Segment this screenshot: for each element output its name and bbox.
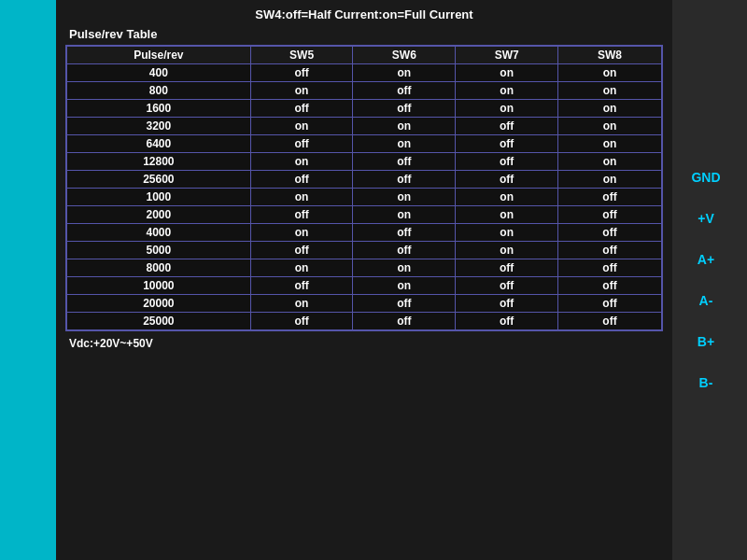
- cell-sw6: on: [353, 259, 456, 277]
- cell-sw8: off: [558, 189, 662, 206]
- main-panel: SW4:off=Half Current:on=Full Current Pul…: [56, 0, 672, 560]
- table-row: 25600offoffoffon: [66, 171, 662, 189]
- cell-sw5: off: [250, 277, 353, 295]
- cell-sw5: on: [250, 153, 353, 171]
- cell-sw8: on: [558, 82, 662, 100]
- cell-sw6: on: [353, 206, 456, 224]
- table-row: 2000offononoff: [66, 206, 662, 224]
- cell-sw7: on: [456, 64, 558, 82]
- table-row: 25000offoffoffoff: [66, 313, 662, 331]
- cell-sw5: off: [250, 135, 353, 153]
- table-row: 5000offoffonoff: [66, 242, 662, 259]
- cell-pulse: 4000: [66, 224, 250, 242]
- cell-sw5: off: [250, 64, 353, 82]
- cell-sw7: on: [456, 189, 558, 206]
- cell-sw8: off: [558, 259, 662, 277]
- cell-sw7: off: [456, 277, 558, 295]
- right-label-B-: B-: [699, 375, 713, 390]
- cell-sw8: on: [558, 135, 662, 153]
- cell-pulse: 20000: [66, 295, 250, 313]
- cell-sw5: on: [250, 224, 353, 242]
- cell-sw8: off: [558, 313, 662, 331]
- right-label-A+: A+: [698, 252, 714, 267]
- table-row: 4000onoffonoff: [66, 224, 662, 242]
- cell-sw8: off: [558, 295, 662, 313]
- table-row: 12800onoffoffon: [66, 153, 662, 171]
- cell-pulse: 6400: [66, 135, 250, 153]
- cell-sw6: off: [353, 82, 456, 100]
- cell-sw6: off: [353, 224, 456, 242]
- cell-sw6: off: [353, 171, 456, 189]
- cell-sw7: on: [456, 82, 558, 100]
- right-label-B+: B+: [698, 334, 714, 349]
- cell-sw6: on: [353, 277, 456, 295]
- cell-sw5: on: [250, 259, 353, 277]
- cell-sw7: off: [456, 313, 558, 331]
- cell-sw5: on: [250, 82, 353, 100]
- table-header-row: Pulse/rev SW5 SW6 SW7 SW8: [66, 46, 662, 64]
- header-title: SW4:off=Half Current:on=Full Current: [65, 7, 663, 21]
- cell-pulse: 10000: [66, 277, 250, 295]
- pulse-rev-table: Pulse/rev SW5 SW6 SW7 SW8 400offononon80…: [65, 45, 663, 331]
- cell-sw5: off: [250, 242, 353, 259]
- cell-sw7: on: [456, 100, 558, 118]
- col-sw5: SW5: [250, 46, 353, 64]
- table-row: 10000offonoffoff: [66, 277, 662, 295]
- table-row: 1000onononoff: [66, 189, 662, 206]
- table-row: 1600offoffonon: [66, 100, 662, 118]
- table-row: 3200ononoffon: [66, 118, 662, 135]
- cell-sw7: off: [456, 118, 558, 135]
- cell-pulse: 2000: [66, 206, 250, 224]
- cell-pulse: 8000: [66, 259, 250, 277]
- cell-sw8: on: [558, 64, 662, 82]
- table-row: 6400offonoffon: [66, 135, 662, 153]
- table-body: 400offononon800onoffonon1600offoffonon32…: [66, 64, 662, 331]
- table-title: Pulse/rev Table: [69, 27, 663, 41]
- cell-sw8: on: [558, 171, 662, 189]
- cell-sw8: on: [558, 153, 662, 171]
- cell-sw6: off: [353, 313, 456, 331]
- cell-sw7: off: [456, 135, 558, 153]
- cell-sw8: off: [558, 277, 662, 295]
- cell-pulse: 25000: [66, 313, 250, 331]
- cell-sw8: on: [558, 118, 662, 135]
- cell-pulse: 12800: [66, 153, 250, 171]
- cell-sw7: off: [456, 171, 558, 189]
- cell-pulse: 1000: [66, 189, 250, 206]
- table-row: 400offononon: [66, 64, 662, 82]
- cell-sw6: on: [353, 118, 456, 135]
- cell-pulse: 400: [66, 64, 250, 82]
- voltage-label: Vdc:+20V~+50V: [69, 337, 663, 350]
- cell-sw7: off: [456, 153, 558, 171]
- right-panel: GND+VA+A-B+B-: [672, 0, 747, 560]
- cell-sw7: off: [456, 295, 558, 313]
- cell-sw5: on: [250, 295, 353, 313]
- cell-sw8: on: [558, 100, 662, 118]
- col-pulse: Pulse/rev: [66, 46, 250, 64]
- table-row: 8000ononoffoff: [66, 259, 662, 277]
- col-sw8: SW8: [558, 46, 662, 64]
- cell-sw5: off: [250, 206, 353, 224]
- teal-sidebar: [0, 0, 56, 560]
- cell-sw6: off: [353, 295, 456, 313]
- cell-sw6: off: [353, 100, 456, 118]
- cell-sw8: off: [558, 224, 662, 242]
- cell-sw6: on: [353, 64, 456, 82]
- cell-pulse: 1600: [66, 100, 250, 118]
- cell-sw7: off: [456, 259, 558, 277]
- right-label-GND: GND: [691, 170, 720, 185]
- cell-pulse: 800: [66, 82, 250, 100]
- cell-sw6: on: [353, 135, 456, 153]
- cell-pulse: 3200: [66, 118, 250, 135]
- cell-sw6: off: [353, 242, 456, 259]
- col-sw7: SW7: [456, 46, 558, 64]
- col-sw6: SW6: [353, 46, 456, 64]
- cell-sw6: on: [353, 189, 456, 206]
- cell-sw7: on: [456, 206, 558, 224]
- cell-sw5: off: [250, 171, 353, 189]
- table-row: 800onoffonon: [66, 82, 662, 100]
- cell-sw8: off: [558, 206, 662, 224]
- cell-sw5: off: [250, 100, 353, 118]
- right-label-+V: +V: [698, 211, 714, 226]
- table-row: 20000onoffoffoff: [66, 295, 662, 313]
